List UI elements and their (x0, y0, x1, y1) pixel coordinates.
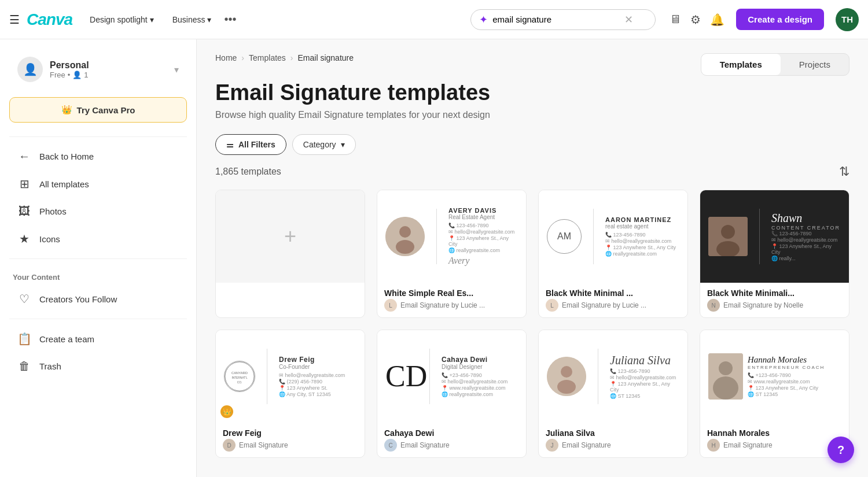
profile-name: Personal (50, 60, 167, 71)
template-name-t6: Juliana Silva (546, 428, 681, 438)
sig-line2-t7: ✉ www.reallygreatsite.com (748, 379, 841, 384)
sig-line-t1: 📞 123-456-7890 (448, 223, 518, 228)
sig-card-t7: Hannah Morales ENTREPRENEUR COACH 📞 +123… (700, 330, 849, 423)
divider-t3 (759, 209, 760, 264)
search-clear-icon[interactable]: ✕ (624, 13, 633, 26)
search-icon: ✦ (479, 13, 488, 26)
template-card-t7[interactable]: Hannah Morales ENTREPRENEUR COACH 📞 +123… (700, 330, 849, 458)
sig-role-t7: ENTREPRENEUR COACH (748, 365, 841, 370)
sidebar-divider-3 (9, 319, 187, 319)
template-info-t6: Juliana Silva J Email Signature (539, 423, 687, 457)
sig-line1-t5: 📞 +23-456-7890 (442, 372, 518, 378)
your-content-label: Your Content (0, 266, 196, 284)
person-silhouette-t7 (708, 353, 743, 400)
person-silhouette-t3 (708, 217, 748, 256)
template-thumb-t4: CANYARD INTERNAT'L CO. Drew Feig Co-Foun… (216, 330, 365, 423)
more-menu-icon[interactable]: ••• (224, 13, 236, 26)
svg-text:CO.: CO. (237, 381, 242, 384)
template-thumb-t5: CD Cahaya Dewi Digital Designer 📞 +23-45… (377, 330, 526, 423)
sig-card-t4: CANYARD INTERNAT'L CO. Drew Feig Co-Foun… (216, 330, 365, 423)
divider-t5 (429, 349, 430, 404)
sig-line1-t2: 📞 123-456-7890 (605, 232, 679, 238)
template-card-t6[interactable]: Juliana Silva 📞 123-456-7890 ✉ hello@rea… (538, 330, 688, 458)
search-input[interactable] (492, 14, 620, 24)
template-card-t5[interactable]: CD Cahaya Dewi Digital Designer 📞 +23-45… (377, 330, 527, 458)
business-chevron-icon: ▾ (207, 15, 211, 24)
top-navigation: ☰ Canva Design spotlight ▾ Business ▾ ••… (0, 0, 868, 39)
notifications-icon[interactable]: 🔔 (710, 13, 724, 27)
sig-card-t1: AVERY DAVIS Real Estate Agent 📞 123-456-… (377, 190, 526, 283)
avatar[interactable]: TH (836, 8, 859, 31)
sig-line1-t4: ✉ hello@reallygreatsite.com (279, 372, 356, 378)
template-meta-t5: C Email Signature (384, 439, 519, 452)
sig-name-t5: Cahaya Dewi (442, 356, 518, 364)
filter-sliders-icon: ⚌ (226, 140, 234, 149)
template-name-t4: Drew Feig (223, 428, 358, 438)
sig-name-t2: AARON MARTINEZ (605, 216, 679, 223)
template-card-t3[interactable]: Shawn CONTENT CREATOR 📞 123-456-7890 ✉ h… (700, 190, 849, 318)
sort-button[interactable]: ⇅ (839, 164, 849, 179)
hamburger-menu-icon[interactable]: ☰ (9, 13, 20, 27)
nav-icons: 🖥 ⚙ 🔔 (670, 13, 724, 27)
sig-line1-t3: 📞 123-456-7890 (771, 231, 841, 236)
sig-script-t6: Juliana Silva (610, 354, 679, 367)
templates-grid: + (215, 190, 849, 458)
sidebar-item-creators-you-follow[interactable]: ♡ Creators You Follow (5, 286, 192, 312)
sidebar-item-photos[interactable]: 🖼 Photos (5, 199, 192, 224)
search-bar: ✦ ✕ (470, 9, 656, 30)
design-spotlight-label: Design spotlight (90, 15, 148, 24)
sig-info-t5: Cahaya Dewi Digital Designer 📞 +23-456-7… (442, 356, 518, 398)
template-thumb-t7: Hannah Morales ENTREPRENEUR COACH 📞 +123… (700, 330, 849, 423)
desktop-icon[interactable]: 🖥 (670, 13, 681, 26)
person-silhouette-t1 (385, 217, 425, 256)
template-card-t1[interactable]: AVERY DAVIS Real Estate Agent 📞 123-456-… (377, 190, 527, 318)
template-thumb-blank: + (216, 190, 365, 283)
sig-line2-t2: ✉ hello@reallygreatsite.com (605, 238, 679, 244)
sig-line4-t4: 🌐 Any City, ST 12345 (279, 391, 356, 397)
template-meta-t4: D Email Signature (223, 439, 358, 452)
create-design-button[interactable]: Create a design (736, 9, 824, 30)
sidebar-item-back-to-home[interactable]: ← Back to Home (5, 144, 192, 169)
design-spotlight-menu[interactable]: Design spotlight ▾ (84, 12, 160, 28)
sig-monogram-t2: AM (547, 219, 582, 254)
breadcrumb-templates[interactable]: Templates (249, 53, 286, 62)
template-info-t2: Black White Minimal ... L Email Signatur… (539, 283, 687, 317)
business-menu[interactable]: Business ▾ (167, 12, 218, 28)
count-sort-row: 1,865 templates ⇅ (215, 164, 849, 179)
sig-card-t6: Juliana Silva 📞 123-456-7890 ✉ hello@rea… (539, 330, 687, 423)
profile-member-icon: 👤 (72, 71, 82, 79)
template-info-t5: Cahaya Dewi C Email Signature (377, 423, 526, 457)
breadcrumb-home[interactable]: Home (215, 53, 237, 62)
tab-projects[interactable]: Projects (781, 54, 849, 75)
help-button[interactable]: ? (827, 437, 854, 463)
sidebar-item-create-team[interactable]: 📋 Create a team (5, 326, 192, 352)
page-tabs: Templates Projects (701, 53, 849, 76)
heart-icon: ♡ (17, 292, 31, 306)
template-card-blank[interactable]: + (215, 190, 365, 318)
template-card-t4[interactable]: CANYARD INTERNAT'L CO. Drew Feig Co-Foun… (215, 330, 365, 458)
tab-templates[interactable]: Templates (701, 54, 781, 75)
template-count: 1,865 templates (215, 167, 281, 177)
all-filters-button[interactable]: ⚌ All Filters (215, 134, 286, 155)
template-meta-t2: L Email Signature by Lucie ... (546, 299, 681, 312)
template-name-t5: Cahaya Dewi (384, 428, 519, 438)
sig-info-t1: AVERY DAVIS Real Estate Agent 📞 123-456-… (448, 207, 518, 266)
settings-icon[interactable]: ⚙ (690, 13, 701, 27)
svg-text:INTERNAT'L: INTERNAT'L (231, 376, 248, 379)
template-name-t1: White Simple Real Es... (384, 289, 519, 298)
template-info-t4: Drew Feig D Email Signature (216, 423, 365, 457)
sidebar-item-all-templates[interactable]: ⊞ All templates (5, 171, 192, 197)
sig-card-t5: CD Cahaya Dewi Digital Designer 📞 +23-45… (377, 330, 526, 423)
sidebar-item-icons[interactable]: ★ Icons (5, 226, 192, 252)
sig-line4-t5: 🌐 reallygreatsite.com (442, 391, 518, 397)
category-filter-button[interactable]: Category ▾ (292, 134, 356, 155)
try-canva-pro-button[interactable]: 👑 Try Canva Pro (9, 97, 187, 123)
sidebar: 👤 Personal Free • 👤 1 ▾ 👑 Try Canva Pro … (0, 39, 197, 477)
sidebar-item-trash[interactable]: 🗑 Trash (5, 354, 192, 379)
template-card-t2[interactable]: AM AARON MARTINEZ real estate agent 📞 12… (538, 190, 688, 318)
sidebar-profile[interactable]: 👤 Personal Free • 👤 1 ▾ (6, 51, 190, 90)
sig-line4-t6: 🌐 ST 12345 (610, 393, 679, 399)
template-name-t7: Hannah Morales (707, 428, 842, 438)
sig-info-t3: Shawn CONTENT CREATOR 📞 123-456-7890 ✉ h… (771, 212, 841, 262)
template-meta-t6: J Email Signature (546, 439, 681, 452)
